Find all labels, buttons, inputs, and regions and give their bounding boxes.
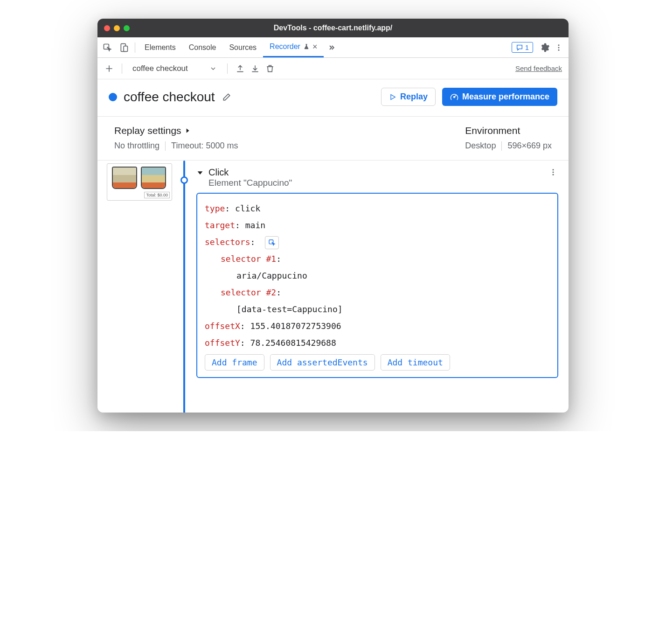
tab-sources-label: Sources [229,43,257,52]
tabbar: Elements Console Sources Recorder × 1 [97,37,569,58]
svg-point-8 [553,174,554,175]
tab-recorder[interactable]: Recorder × [263,37,324,57]
more-tabs-icon[interactable] [326,42,337,53]
message-icon [516,44,523,51]
offsetx-key: offsetX [205,321,240,331]
timeline-node[interactable] [180,176,188,184]
gauge-icon [450,93,458,101]
device-label: Desktop [465,141,496,151]
tab-elements[interactable]: Elements [138,37,182,57]
svg-point-5 [558,49,560,50]
new-recording-icon[interactable] [104,63,114,74]
expand-step-icon[interactable] [196,169,204,176]
settings-gear-icon[interactable] [540,42,550,53]
issues-count: 1 [525,43,529,51]
dimensions-label: 596×669 px [507,141,552,151]
environment-settings: Environment Desktop 596×669 px [465,125,552,151]
svg-rect-2 [124,46,127,51]
add-frame-button[interactable]: Add frame [205,354,264,371]
step-title: Click [208,167,292,178]
offsetx-value[interactable]: 155.40187072753906 [250,321,341,331]
timeline [175,161,194,413]
delete-icon[interactable] [265,63,275,74]
step-subtitle: Element "Cappucino" [208,178,292,188]
issues-badge[interactable]: 1 [512,42,533,53]
recording-dropdown[interactable]: coffee checkout [130,64,220,73]
throttling-label: No throttling [114,141,160,151]
recording-header: coffee checkout Replay Measure performan… [97,79,569,117]
inspect-element-icon[interactable] [102,42,112,53]
device-toolbar-icon[interactable] [119,42,129,53]
recording-status-dot [109,93,117,101]
add-timeout-button[interactable]: Add timeout [381,354,450,371]
selector1-key: selector #1 [221,254,276,264]
recorder-toolbar: coffee checkout Send feedback [97,58,569,79]
measure-label: Measure performance [462,92,549,102]
measure-performance-button[interactable]: Measure performance [442,88,557,106]
pick-selector-icon[interactable] [265,236,279,249]
target-value[interactable]: main [245,220,265,230]
tab-elements-label: Elements [145,43,176,52]
selector1-value[interactable]: aria/Cappucino [236,271,307,280]
step-details: type: click target: main selectors: sele… [196,193,558,378]
step-thumbnail[interactable]: Total: $0.00 [107,163,172,201]
kebab-menu-icon[interactable] [554,42,564,53]
recording-name-label: coffee checkout [132,64,188,73]
svg-point-4 [558,47,560,48]
tab-recorder-label: Recorder [270,42,300,51]
step-content: Click Element "Cappucino" type: click ta… [194,161,569,413]
offsety-key: offsetY [205,338,240,348]
add-asserted-events-button[interactable]: Add assertedEvents [270,354,375,371]
titlebar: DevTools - coffee-cart.netlify.app/ [97,19,569,37]
import-icon[interactable] [250,63,260,74]
recording-title: coffee checkout [124,90,215,105]
selector2-value[interactable]: [data-test=Cappucino] [236,304,343,314]
replay-settings[interactable]: Replay settings No throttling Timeout: 5… [114,125,238,151]
step-menu-icon[interactable] [548,167,558,177]
replay-settings-title: Replay settings [114,125,181,136]
timeout-label: Timeout: 5000 ms [171,141,238,151]
offsety-value[interactable]: 78.25460815429688 [250,338,336,348]
type-key: type [205,203,225,213]
target-key: target [205,220,235,230]
environment-title: Environment [465,125,520,136]
chevron-right-icon [184,127,191,134]
selector2-key: selector #2 [221,287,276,297]
step-header[interactable]: Click Element "Cappucino" [196,164,558,193]
steps-area: Total: $0.00 Click Element "Cappucino" [97,161,569,413]
type-value[interactable]: click [235,203,260,213]
devtools-window: DevTools - coffee-cart.netlify.app/ Elem… [97,19,569,413]
tab-console-label: Console [189,43,216,52]
export-icon[interactable] [235,63,245,74]
window-title: DevTools - coffee-cart.netlify.app/ [97,24,569,32]
close-tab-icon[interactable]: × [312,42,318,52]
thumb-total: Total: $0.00 [144,192,170,198]
play-icon [389,93,396,101]
replay-label: Replay [400,92,428,102]
tab-console[interactable]: Console [182,37,223,57]
svg-point-3 [558,44,560,46]
flask-icon [303,43,310,50]
tab-sources[interactable]: Sources [222,37,263,57]
settings-row: Replay settings No throttling Timeout: 5… [97,117,569,161]
send-feedback-link[interactable]: Send feedback [515,64,562,72]
svg-point-7 [553,172,554,173]
svg-point-6 [553,169,554,170]
chevron-down-icon [209,65,217,72]
selectors-key: selectors [205,237,250,247]
edit-title-icon[interactable] [222,92,232,102]
replay-button[interactable]: Replay [381,88,436,106]
